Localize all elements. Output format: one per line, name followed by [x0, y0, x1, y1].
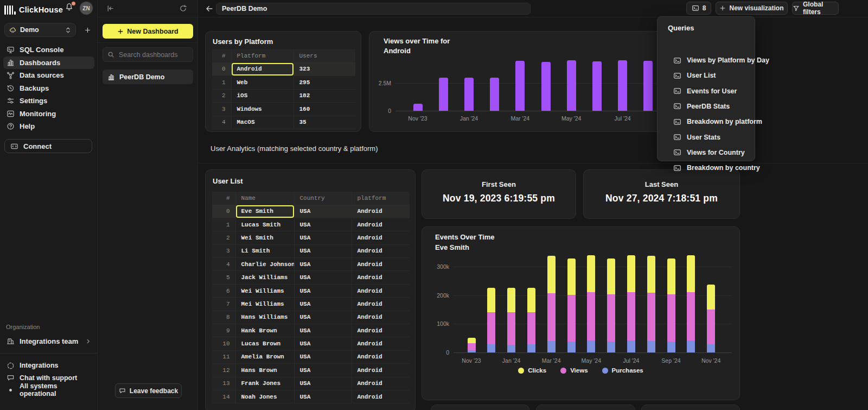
- leave-feedback-button[interactable]: Leave feedback: [115, 383, 182, 398]
- table-cell[interactable]: Android: [231, 62, 293, 76]
- sidebar-item-help[interactable]: Help: [3, 120, 94, 133]
- table-cell[interactable]: USA: [294, 231, 352, 244]
- table-cell[interactable]: USA: [294, 205, 352, 218]
- table-cell[interactable]: Android: [352, 218, 410, 231]
- query-item[interactable]: PeerDB Stats: [673, 101, 730, 112]
- stacked-bar-Jul '24[interactable]: [627, 255, 635, 352]
- bar-Aug '24[interactable]: [643, 61, 653, 111]
- collapse-panel-icon[interactable]: [106, 4, 116, 14]
- bar-Dec '23[interactable]: [439, 78, 448, 111]
- table-cell[interactable]: Li Smith: [235, 244, 294, 257]
- table-cell[interactable]: Android: [352, 244, 410, 257]
- table-cell[interactable]: Android: [352, 205, 410, 218]
- stacked-bar-Apr '24[interactable]: [567, 258, 576, 352]
- stacked-bar-Nov '23[interactable]: [468, 338, 476, 352]
- table-cell[interactable]: USA: [294, 311, 352, 324]
- query-item[interactable]: Views by Platform by Day: [673, 55, 769, 66]
- bar-Apr '24[interactable]: [541, 62, 551, 111]
- query-item[interactable]: Events for User: [673, 86, 737, 97]
- dashboard-list-item[interactable]: PeerDB Demo: [103, 70, 193, 84]
- sidebar-item-sql-console[interactable]: SQL Console: [3, 43, 94, 56]
- table-cell[interactable]: Android: [352, 298, 410, 311]
- table-cell[interactable]: Windows: [231, 103, 293, 116]
- bar-Feb '24[interactable]: [490, 78, 499, 111]
- sidebar-item-integrations-team[interactable]: Integrations team: [3, 335, 94, 348]
- table-cell[interactable]: Noah Jones: [235, 390, 294, 403]
- bar-Jun '24[interactable]: [592, 61, 602, 111]
- table-cell[interactable]: 323: [293, 62, 355, 76]
- add-workspace-button[interactable]: [81, 24, 93, 36]
- table-cell[interactable]: Hans Williams: [235, 311, 294, 324]
- table-cell[interactable]: USA: [294, 298, 352, 311]
- table-cell[interactable]: Android: [352, 350, 410, 363]
- notifications-bell-icon[interactable]: [65, 2, 75, 13]
- table-cell[interactable]: Wei Smith: [235, 231, 294, 244]
- bar-May '24[interactable]: [567, 60, 576, 111]
- stacked-bar-Sep '24[interactable]: [667, 258, 675, 352]
- queries-count-button[interactable]: 8: [686, 2, 711, 15]
- stacked-bar-Jan '24[interactable]: [507, 288, 515, 352]
- sidebar-item-data-sources[interactable]: Data sources: [3, 69, 94, 82]
- workspace-select[interactable]: Demo: [4, 23, 76, 37]
- table-cell[interactable]: Android: [352, 377, 410, 390]
- table-cell[interactable]: Android: [352, 390, 410, 403]
- table-cell[interactable]: USA: [294, 218, 352, 231]
- table-cell[interactable]: Android: [352, 364, 410, 377]
- dashboard-search[interactable]: [103, 47, 193, 62]
- bar-Mar '24[interactable]: [515, 61, 525, 111]
- table-cell[interactable]: Android: [352, 284, 410, 297]
- legend-item-clicks[interactable]: Clicks: [518, 367, 546, 374]
- refresh-icon[interactable]: [179, 4, 189, 14]
- table-cell[interactable]: Android: [352, 337, 410, 350]
- table-cell[interactable]: Hank Brown: [235, 324, 294, 337]
- bar-Nov '23[interactable]: [413, 104, 423, 111]
- sidebar-item-backups[interactable]: Backups: [3, 82, 94, 95]
- legend-item-purchases[interactable]: Purchases: [602, 367, 643, 374]
- table-cell[interactable]: iOS: [231, 89, 293, 103]
- table-cell[interactable]: USA: [294, 390, 352, 403]
- table-cell[interactable]: Android: [352, 258, 410, 271]
- table-cell[interactable]: USA: [294, 364, 352, 377]
- table-cell[interactable]: Lucas Smith: [235, 218, 294, 231]
- query-item[interactable]: Breakdown by country: [673, 162, 760, 173]
- new-visualization-button[interactable]: New visualization: [716, 2, 788, 15]
- table-cell[interactable]: USA: [294, 324, 352, 337]
- table-cell[interactable]: Wei Williams: [235, 284, 294, 297]
- sidebar-item-dashboards[interactable]: Dashboards: [3, 56, 94, 70]
- table-cell[interactable]: Hans Brown: [235, 364, 294, 377]
- stacked-bar-Nov '24[interactable]: [707, 285, 715, 352]
- table-cell[interactable]: Android: [352, 231, 410, 244]
- sidebar-item-monitoring[interactable]: Monitoring: [3, 108, 94, 121]
- table-cell[interactable]: Android: [352, 324, 410, 337]
- avatar[interactable]: ZN: [80, 2, 93, 15]
- stacked-bar-Oct '24[interactable]: [687, 255, 695, 352]
- table-cell[interactable]: Lucas Brown: [235, 337, 294, 350]
- table-cell[interactable]: Charlie Johnson: [235, 258, 294, 271]
- dashboard-title-field[interactable]: [216, 3, 531, 15]
- table-cell[interactable]: USA: [294, 271, 352, 284]
- table-cell[interactable]: Eve Smith: [235, 205, 294, 218]
- table-cell[interactable]: 160: [293, 103, 355, 116]
- stacked-bar-Dec '23[interactable]: [487, 288, 495, 352]
- stacked-bar-Mar '24[interactable]: [547, 256, 556, 352]
- stacked-bar-Feb '24[interactable]: [527, 288, 535, 352]
- connect-button[interactable]: Connect: [4, 139, 92, 153]
- table-cell[interactable]: Android: [352, 311, 410, 324]
- sidebar-item-settings[interactable]: Settings: [3, 94, 94, 108]
- stacked-bar-Jun '24[interactable]: [607, 258, 615, 352]
- table-cell[interactable]: Android: [352, 271, 410, 284]
- table-cell[interactable]: USA: [294, 244, 352, 257]
- table-cell[interactable]: Web: [231, 76, 293, 90]
- back-arrow-icon[interactable]: [205, 4, 214, 13]
- legend-item-views[interactable]: Views: [560, 367, 588, 374]
- table-cell[interactable]: Jack Williams: [235, 271, 294, 284]
- table-cell[interactable]: USA: [294, 258, 352, 271]
- table-cell[interactable]: USA: [294, 377, 352, 390]
- table-cell[interactable]: USA: [294, 350, 352, 363]
- table-cell[interactable]: Mei Williams: [235, 298, 294, 311]
- global-filters-button[interactable]: Global filters: [792, 2, 839, 15]
- footer-item-integrations[interactable]: Integrations: [3, 359, 94, 372]
- table-cell[interactable]: USA: [294, 284, 352, 297]
- bar-Jul '24[interactable]: [618, 60, 627, 111]
- table-cell[interactable]: USA: [294, 337, 352, 350]
